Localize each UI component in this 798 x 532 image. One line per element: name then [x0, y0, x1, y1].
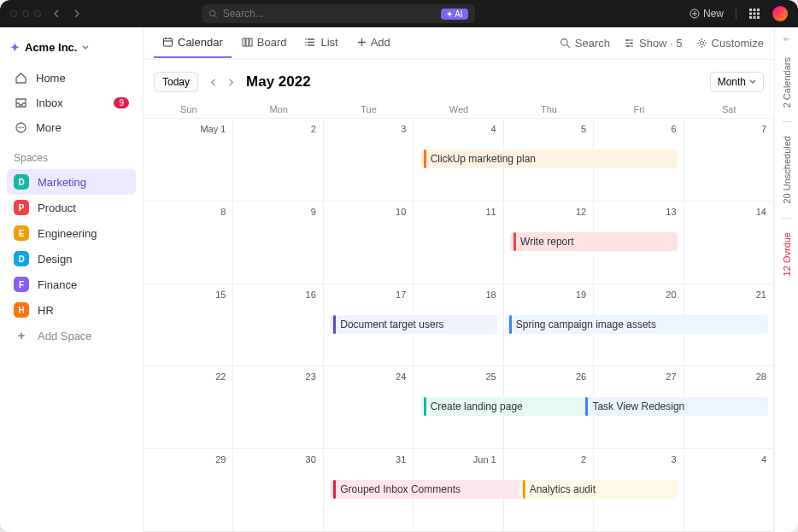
calendar-cell[interactable]: 4	[684, 449, 774, 532]
nav-label: More	[36, 121, 62, 134]
calendar-cell[interactable]: 7	[684, 119, 774, 202]
search-icon	[208, 9, 218, 19]
user-avatar[interactable]	[772, 6, 788, 21]
rail-unscheduled[interactable]: 20 Unscheduled	[782, 132, 792, 208]
space-product[interactable]: PProduct	[7, 195, 136, 220]
toolbar-customize[interactable]: Customize	[696, 37, 764, 50]
calendar-cell[interactable]: 8	[144, 202, 233, 284]
nav-back-icon[interactable]	[50, 8, 65, 20]
org-logo-icon: ✦	[10, 41, 20, 54]
space-hr[interactable]: HHR	[7, 297, 136, 323]
apps-icon[interactable]	[748, 8, 760, 20]
window-controls[interactable]	[10, 10, 41, 17]
day-number: 25	[485, 371, 496, 382]
calendar-cell[interactable]: 16	[233, 284, 323, 367]
day-number: 21	[756, 289, 766, 300]
calendar-cell[interactable]: 3	[324, 119, 414, 202]
ai-badge[interactable]: ✦ AI	[441, 9, 467, 20]
day-number: 20	[666, 289, 676, 300]
calendar-event[interactable]: Task View Redesign	[582, 397, 767, 416]
space-engineering[interactable]: EEngineering	[7, 220, 136, 246]
space-badge: D	[14, 174, 29, 190]
view-tab-list[interactable]: List	[296, 28, 346, 58]
next-month-icon[interactable]	[223, 77, 238, 88]
weekday-header: Thu	[504, 101, 594, 118]
global-search[interactable]: Search... ✦ AI	[202, 4, 475, 23]
day-number: 17	[396, 289, 406, 300]
org-switcher[interactable]: ✦ Acme Inc.	[7, 36, 136, 66]
nav-forward-icon[interactable]	[68, 8, 84, 20]
sidebar: ✦ Acme Inc. HomeInbox9More Spaces DMarke…	[0, 27, 144, 532]
calendar-cell[interactable]: 24	[324, 366, 414, 449]
weekday-header: Sat	[684, 101, 774, 118]
inbox-icon	[14, 96, 27, 109]
day-number: 24	[396, 371, 406, 382]
calendar-event[interactable]: Spring campaign image assets	[506, 315, 768, 334]
calendar-cell[interactable]: May 1	[144, 119, 233, 202]
view-tab-add[interactable]: Add	[349, 28, 399, 58]
nav-home[interactable]: Home	[7, 66, 136, 91]
nav-label: Home	[36, 72, 66, 85]
calendar-cell[interactable]: 9	[233, 202, 323, 284]
calendar-cell[interactable]: 29	[144, 449, 233, 532]
today-button[interactable]: Today	[154, 72, 198, 92]
space-label: Design	[38, 253, 72, 266]
toolbar-search[interactable]: Search	[560, 37, 610, 50]
right-rail: ⇤ 2 Calendars 20 Unscheduled 12 Ovrdue	[774, 27, 798, 532]
view-icon	[242, 37, 253, 48]
sliders-icon	[624, 38, 635, 49]
view-tab-board[interactable]: Board	[233, 28, 296, 58]
calendar-cell[interactable]: 10	[324, 202, 414, 284]
add-space-button[interactable]: + Add Space	[7, 323, 136, 348]
view-label: List	[320, 36, 337, 49]
day-number: 11	[485, 207, 496, 217]
toolbar-show[interactable]: Show · 5	[624, 37, 683, 50]
calendar-event[interactable]: ClickUp marketing plan	[420, 149, 678, 168]
calendar-cell[interactable]: 14	[684, 202, 774, 284]
svg-rect-4	[757, 9, 760, 11]
nav-inbox[interactable]: Inbox9	[7, 91, 136, 115]
svg-point-22	[560, 39, 567, 46]
space-design[interactable]: DDesign	[7, 246, 136, 272]
calendar-cell[interactable]: 22	[144, 366, 233, 449]
day-number: 6	[671, 124, 676, 134]
view-granularity-select[interactable]: Month	[710, 72, 764, 92]
view-toolbar: CalendarBoardListAdd Search Show · 5 Cus…	[144, 27, 774, 60]
calendar-cell[interactable]: 23	[233, 366, 323, 449]
calendar-event[interactable]: Create landing page	[420, 397, 588, 416]
day-number: Jun 1	[473, 454, 496, 465]
day-number: 19	[576, 289, 586, 300]
view-label: Board	[257, 36, 287, 49]
view-label: Add	[371, 36, 390, 49]
day-number: 26	[576, 371, 586, 382]
calendar-cell[interactable]: 30	[233, 449, 323, 532]
rail-overdue[interactable]: 12 Ovrdue	[782, 229, 792, 279]
svg-rect-8	[749, 16, 752, 19]
nav-more[interactable]: More	[7, 115, 136, 140]
space-marketing[interactable]: DMarketing	[7, 169, 136, 195]
rail-calendars[interactable]: 2 Calendars	[782, 54, 792, 111]
calendar-cell[interactable]: 15	[144, 284, 233, 367]
calendar-event[interactable]: Document target users	[330, 315, 497, 334]
prev-month-icon[interactable]	[207, 77, 221, 88]
gear-icon	[696, 38, 707, 49]
space-badge: E	[14, 225, 29, 241]
new-button[interactable]: New	[689, 8, 724, 20]
chevron-down-icon	[82, 44, 89, 51]
space-finance[interactable]: FFinance	[7, 272, 136, 297]
day-number: 16	[306, 289, 316, 300]
svg-rect-16	[243, 38, 245, 46]
view-icon	[305, 37, 316, 48]
svg-point-19	[306, 38, 308, 40]
calendar-event[interactable]: Write report	[510, 232, 678, 251]
spaces-section-label: Spaces	[7, 140, 136, 169]
space-label: Engineering	[38, 227, 97, 240]
calendar-cell[interactable]: 2	[233, 119, 323, 202]
calendar-cell[interactable]: 11	[414, 202, 503, 284]
calendar-event[interactable]: Grouped Inbox Comments	[330, 480, 543, 499]
calendar-event[interactable]: Analytics audit	[519, 480, 678, 499]
org-name: Acme Inc.	[25, 41, 77, 54]
view-tab-calendar[interactable]: Calendar	[154, 28, 232, 58]
nav-label: Inbox	[36, 96, 63, 109]
rail-collapse-icon[interactable]: ⇤	[783, 34, 790, 44]
